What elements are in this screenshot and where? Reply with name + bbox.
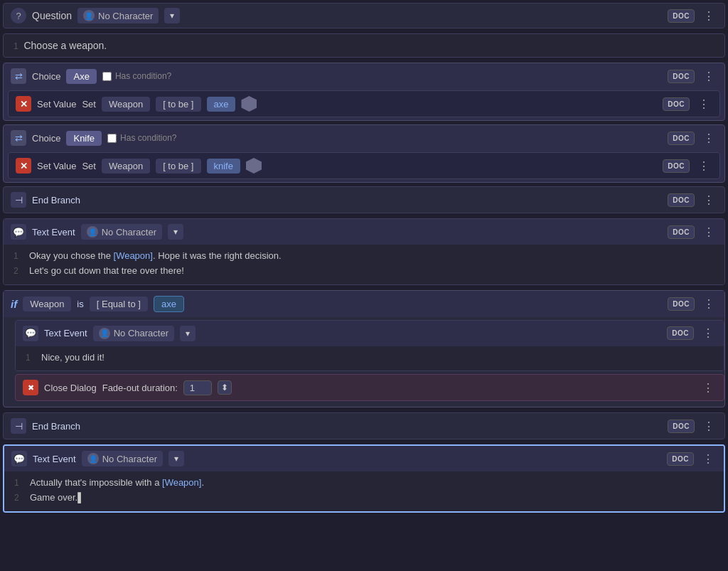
end-branch-doc-2[interactable]: DOC [668, 420, 695, 433]
if-te-header: 💬 Text Event 👤 No Character ▾ DOC ⋮ [16, 321, 724, 346]
choice-doc-button-knife[interactable]: DOC [668, 132, 695, 145]
choice-value-axe[interactable]: Axe [66, 69, 96, 84]
te1-doc-button[interactable]: DOC [668, 225, 695, 239]
sv-hex-axe [241, 96, 257, 112]
choice-block-knife: ⇄ Choice Knife Has condition? DOC ⋮ ✕ Se… [3, 124, 725, 183]
question-content: 1 Choose a weapon. [3, 33, 725, 58]
question-more-button[interactable]: ⋮ [700, 9, 717, 23]
text-event-content-1: 1 Okay you chose the [Weapon]. Hope it w… [4, 245, 724, 284]
sv-more-button-axe[interactable]: ⋮ [695, 97, 712, 111]
end-branch-icon-2: ⊣ [11, 418, 26, 434]
question-character-badge: 👤 No Character [77, 8, 159, 23]
close-dialog-spinner[interactable]: ⬍ [218, 380, 232, 395]
sv-doc-button-axe[interactable]: DOC [663, 97, 690, 111]
sv-more-button-knife[interactable]: ⋮ [695, 159, 712, 173]
sv-set-axe: Set [82, 99, 96, 110]
choice-more-button-axe[interactable]: ⋮ [700, 70, 717, 83]
if-te-more[interactable]: ⋮ [700, 326, 717, 340]
question-doc-button[interactable]: DOC [668, 9, 695, 23]
choice-more-button-knife[interactable]: ⋮ [700, 132, 717, 145]
choice-condition-axe: Has condition? [102, 71, 171, 81]
choice-block-axe: ⇄ Choice Axe Has condition? DOC ⋮ ✕ Set … [3, 63, 725, 121]
choice-condition-checkbox-axe[interactable] [102, 72, 112, 81]
var-tag-weapon-2: [Weapon] [162, 477, 201, 488]
if-te-char-icon: 👤 [99, 328, 110, 339]
close-dialog-label: Close Dialog [44, 383, 97, 393]
sv-doc-button-knife[interactable]: DOC [663, 159, 690, 173]
choice-condition-checkbox-knife[interactable] [107, 134, 117, 143]
te1-dropdown-button[interactable]: ▾ [168, 224, 183, 240]
character-icon: 👤 [83, 10, 95, 21]
end-branch-label-2: End Branch [32, 421, 80, 432]
sv-value-knife[interactable]: knife [207, 159, 240, 174]
end-branch-icon-1: ⊣ [11, 192, 26, 208]
text-line-1-1: 1 Okay you chose the [Weapon]. Hope it w… [14, 249, 714, 264]
choice-doc-button-axe[interactable]: DOC [668, 70, 695, 83]
x-icon-axe: ✕ [16, 96, 31, 112]
has-condition-label-axe: Has condition? [115, 71, 171, 81]
end-branch-doc-1[interactable]: DOC [668, 193, 695, 207]
question-dropdown-button[interactable]: ▾ [164, 8, 180, 23]
close-dialog-duration-input[interactable] [183, 380, 212, 395]
sv-value-axe[interactable]: axe [207, 97, 236, 112]
end-branch-more-2[interactable]: ⋮ [700, 420, 717, 433]
close-dialog-more[interactable]: ⋮ [700, 381, 717, 395]
end-branch-2: ⊣ End Branch DOC ⋮ [3, 412, 725, 439]
set-value-row-axe: ✕ Set Value Set Weapon [ to be ] axe DOC… [8, 90, 720, 117]
line-num-2-1: 1 [14, 476, 24, 491]
line-num: 1 [14, 41, 18, 51]
te2-line2: Game over.▌ [30, 491, 84, 506]
choice-value-knife[interactable]: Knife [66, 131, 102, 146]
has-condition-label-knife: Has condition? [120, 133, 176, 143]
te2-dropdown-button[interactable]: ▾ [168, 451, 184, 466]
choice-icon-knife: ⇄ [11, 130, 26, 146]
if-header: if Weapon is [ Equal to ] axe DOC ⋮ [4, 291, 724, 317]
sv-tobe-knife[interactable]: [ to be ] [156, 159, 200, 174]
if-value[interactable]: axe [154, 296, 184, 312]
if-te-icon: 💬 [23, 326, 38, 341]
te1-more-button[interactable]: ⋮ [700, 225, 717, 239]
question-label: Question [32, 10, 72, 21]
text-event-label-1: Text Event [32, 227, 75, 238]
text-event-icon-2: 💬 [11, 451, 27, 466]
te1-line2: Let's go cut down that tree over there! [29, 264, 184, 279]
if-content: 💬 Text Event 👤 No Character ▾ DOC ⋮ 1 Ni… [4, 317, 724, 407]
close-dialog-fade-label: Fade-out duration: [102, 383, 178, 393]
if-block: if Weapon is [ Equal to ] axe DOC ⋮ 💬 Te… [3, 290, 725, 408]
sv-hex-knife [246, 158, 262, 174]
end-branch-more-1[interactable]: ⋮ [700, 193, 717, 207]
sv-variable-knife[interactable]: Weapon [102, 159, 150, 174]
if-te-char-name: No Character [114, 328, 168, 338]
choice-header-knife: ⇄ Choice Knife Has condition? DOC ⋮ [4, 125, 724, 151]
text-line-2-2: 2 Game over.▌ [14, 491, 714, 506]
choice-icon-axe: ⇄ [11, 68, 26, 84]
if-more-button[interactable]: ⋮ [700, 297, 717, 311]
sv-tobe-axe[interactable]: [ to be ] [156, 97, 200, 112]
if-te-line-1: 1 Nice, you did it! [26, 351, 714, 365]
text-event-content-2: 1 Actually that's impossible with a [Wea… [4, 471, 724, 511]
text-event-header-2: 💬 Text Event 👤 No Character ▾ DOC ⋮ [4, 446, 724, 471]
sv-label-axe: Set Value [37, 99, 76, 110]
text-event-label-2: Text Event [33, 454, 76, 464]
if-te-doc[interactable]: DOC [667, 326, 694, 340]
end-branch-label-1: End Branch [32, 195, 80, 206]
choice-label-axe: Choice [32, 71, 60, 82]
if-te-line-num-1: 1 [26, 351, 36, 365]
te2-doc-button[interactable]: DOC [667, 452, 694, 466]
sv-variable-axe[interactable]: Weapon [102, 97, 150, 112]
te2-more-button[interactable]: ⋮ [700, 452, 717, 466]
if-doc-button[interactable]: DOC [668, 297, 695, 311]
close-dialog-icon: ✖ [23, 380, 38, 395]
te1-character-badge: 👤 No Character [81, 224, 162, 240]
if-te-dropdown[interactable]: ▾ [180, 326, 196, 341]
if-te-text-1: Nice, you did it! [41, 351, 105, 365]
if-variable[interactable]: Weapon [23, 297, 71, 311]
if-condition[interactable]: [ Equal to ] [90, 297, 148, 311]
close-dialog-row: ✖ Close Dialog Fade-out duration: ⬍ ⋮ [15, 374, 724, 401]
te1-character-icon: 👤 [87, 226, 98, 238]
if-te-content: 1 Nice, you did it! [16, 346, 724, 371]
if-operator: is [77, 299, 83, 309]
var-tag-weapon-1: [Weapon] [114, 250, 153, 261]
sv-set-knife: Set [82, 161, 96, 171]
text-line-1-2: 2 Let's go cut down that tree over there… [14, 264, 714, 279]
